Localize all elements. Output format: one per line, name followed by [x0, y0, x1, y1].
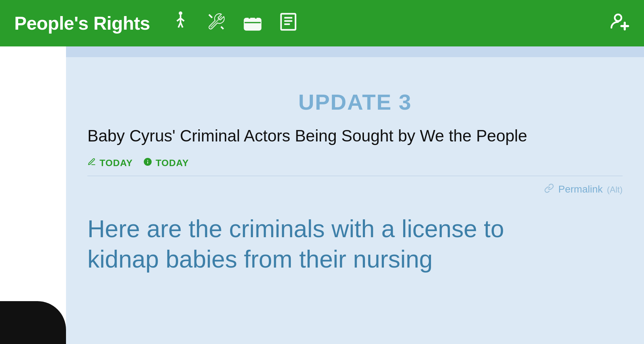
event-meta: TODAY — [143, 158, 189, 169]
permalink-row: Permalink (Alt) — [87, 183, 623, 196]
article-body-line1: Here are the criminals with a license to — [87, 214, 623, 244]
svg-rect-6 — [244, 19, 260, 30]
link-icon — [544, 183, 554, 196]
user-add-icon[interactable] — [610, 14, 630, 35]
authored-meta: TODAY — [87, 158, 133, 169]
event-date: TODAY — [156, 158, 189, 169]
content-top-strip — [66, 46, 644, 57]
briefcase-icon[interactable] — [243, 13, 262, 34]
meta-row: TODAY TODAY — [87, 158, 623, 169]
authored-date: TODAY — [100, 158, 133, 169]
update-label: UPDATE 3 — [87, 75, 623, 115]
update-label-text: UPDATE 3 — [298, 90, 412, 114]
person-walk-icon[interactable] — [172, 11, 189, 35]
news-icon[interactable] — [279, 12, 297, 34]
svg-point-0 — [179, 11, 182, 15]
sidebar-decorative-shape — [0, 301, 66, 344]
svg-line-5 — [181, 23, 183, 28]
app-title[interactable]: People's Rights — [14, 13, 150, 34]
info-icon — [143, 158, 152, 169]
tools-icon[interactable] — [207, 12, 226, 34]
app-header: People's Rights — [0, 0, 644, 46]
user-icon-area[interactable] — [610, 11, 630, 35]
pen-icon — [87, 158, 96, 169]
svg-point-12 — [615, 14, 622, 21]
content-area: UPDATE 3 Baby Cyrus' Criminal Actors Bei… — [66, 46, 644, 344]
article-body-line2: kidnap babies from their nursing — [87, 244, 623, 274]
permalink-link[interactable]: Permalink (Alt) — [558, 184, 623, 195]
article-title: Baby Cyrus' Criminal Actors Being Sought… — [87, 125, 623, 147]
nav-icons — [172, 11, 630, 35]
article-body: Here are the criminals with a license to… — [87, 214, 623, 274]
sidebar — [0, 46, 66, 344]
section-divider — [87, 176, 623, 176]
main-layout: UPDATE 3 Baby Cyrus' Criminal Actors Bei… — [0, 46, 644, 344]
